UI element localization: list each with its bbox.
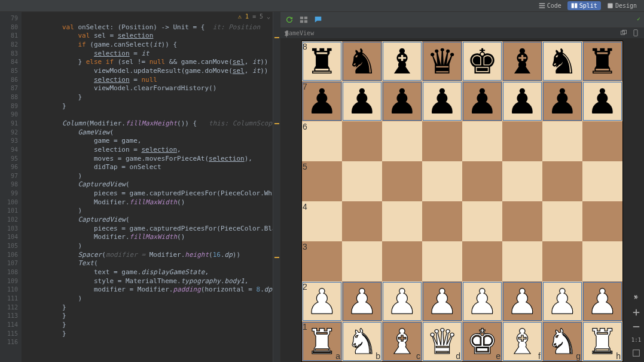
piece-bP[interactable]: ♟	[387, 84, 418, 119]
zoom-in-icon[interactable]	[632, 308, 640, 317]
piece-wR[interactable]: ♜	[587, 324, 618, 359]
piece-wB[interactable]: ♝	[507, 324, 538, 359]
view-mode-code[interactable]: Code	[535, 1, 565, 10]
square-g8[interactable]: ♞	[542, 41, 582, 81]
square-d1[interactable]: d♛	[422, 321, 462, 361]
piece-wP[interactable]: ♟	[467, 284, 498, 319]
refresh-icon[interactable]	[285, 16, 294, 24]
square-d7[interactable]: ♟	[422, 81, 462, 121]
square-d8[interactable]: ♛	[422, 41, 462, 81]
piece-bP[interactable]: ♟	[347, 84, 378, 119]
square-d6[interactable]	[422, 121, 462, 161]
square-b7[interactable]: ♟	[342, 81, 382, 121]
zoom-level[interactable]: 1:1	[631, 337, 641, 343]
square-c7[interactable]: ♟	[382, 81, 422, 121]
piece-wP[interactable]: ♟	[307, 284, 338, 319]
square-f1[interactable]: f♝	[502, 321, 542, 361]
square-f4[interactable]	[502, 201, 542, 241]
square-a1[interactable]: 1a♜	[302, 321, 342, 361]
piece-bR[interactable]: ♜	[587, 44, 618, 79]
piece-bP[interactable]: ♟	[307, 84, 338, 119]
piece-bQ[interactable]: ♛	[427, 44, 458, 79]
zoom-out-icon[interactable]	[632, 323, 640, 331]
square-g5[interactable]	[542, 161, 582, 201]
square-e8[interactable]: ♚	[462, 41, 502, 81]
square-b6[interactable]	[342, 121, 382, 161]
piece-bP[interactable]: ♟	[467, 84, 498, 119]
square-h7[interactable]: ♟	[582, 81, 622, 121]
square-g2[interactable]: ♟	[542, 281, 582, 321]
square-g4[interactable]	[542, 201, 582, 241]
square-a8[interactable]: 8♜	[302, 41, 342, 81]
square-c4[interactable]	[382, 201, 422, 241]
piece-bB[interactable]: ♝	[387, 44, 418, 79]
view-mode-split[interactable]: Split	[567, 1, 601, 10]
square-c2[interactable]: ♟	[382, 281, 422, 321]
piece-bB[interactable]: ♝	[507, 44, 538, 79]
piece-wN[interactable]: ♞	[547, 324, 578, 359]
piece-bP[interactable]: ♟	[547, 84, 578, 119]
square-d2[interactable]: ♟	[422, 281, 462, 321]
chess-board[interactable]: 8♜♞♝♛♚♝♞♜7♟♟♟♟♟♟♟♟65432♟♟♟♟♟♟♟♟1a♜b♞c♝d♛…	[301, 41, 623, 362]
piece-wN[interactable]: ♞	[347, 324, 378, 359]
square-h2[interactable]: ♟	[582, 281, 622, 321]
square-b4[interactable]	[342, 201, 382, 241]
error-stripe[interactable]	[273, 12, 280, 362]
square-f8[interactable]: ♝	[502, 41, 542, 81]
square-b8[interactable]: ♞	[342, 41, 382, 81]
square-b2[interactable]: ♟	[342, 281, 382, 321]
piece-bR[interactable]: ♜	[307, 44, 338, 79]
square-c1[interactable]: c♝	[382, 321, 422, 361]
square-d4[interactable]	[422, 201, 462, 241]
code-area[interactable]: val onSelect: (Position) -> Unit = { it:…	[22, 12, 280, 362]
square-a6[interactable]: 6	[302, 121, 342, 161]
piece-wP[interactable]: ♟	[347, 284, 378, 319]
square-e5[interactable]	[462, 161, 502, 201]
square-d3[interactable]	[422, 241, 462, 281]
detach-icon[interactable]	[620, 29, 627, 36]
piece-wP[interactable]: ♟	[387, 284, 418, 319]
square-g6[interactable]	[542, 121, 582, 161]
square-h3[interactable]	[582, 241, 622, 281]
square-f7[interactable]: ♟	[502, 81, 542, 121]
square-h1[interactable]: h♜	[582, 321, 622, 361]
piece-wK[interactable]: ♚	[467, 324, 498, 359]
pin-icon[interactable]	[283, 30, 291, 38]
square-a7[interactable]: 7♟	[302, 81, 342, 121]
square-g3[interactable]	[542, 241, 582, 281]
square-c5[interactable]	[382, 161, 422, 201]
square-g1[interactable]: g♞	[542, 321, 582, 361]
code-editor[interactable]: 79 80 81 82 83 84 85 86 87 88 89 90 91 9…	[0, 12, 280, 362]
piece-bN[interactable]: ♞	[547, 44, 578, 79]
piece-wP[interactable]: ♟	[507, 284, 538, 319]
chevron-down-icon[interactable]: ⌄	[267, 13, 270, 20]
piece-wB[interactable]: ♝	[387, 324, 418, 359]
square-b1[interactable]: b♞	[342, 321, 382, 361]
square-f3[interactable]	[502, 241, 542, 281]
pan-icon[interactable]	[632, 294, 640, 302]
square-h5[interactable]	[582, 161, 622, 201]
square-a4[interactable]: 4	[302, 201, 342, 241]
square-a5[interactable]: 5	[302, 161, 342, 201]
piece-bP[interactable]: ♟	[587, 84, 618, 119]
square-f2[interactable]: ♟	[502, 281, 542, 321]
square-e2[interactable]: ♟	[462, 281, 502, 321]
square-g7[interactable]: ♟	[542, 81, 582, 121]
square-a3[interactable]: 3	[302, 241, 342, 281]
piece-wP[interactable]: ♟	[547, 284, 578, 319]
square-e6[interactable]	[462, 121, 502, 161]
square-e3[interactable]	[462, 241, 502, 281]
square-e7[interactable]: ♟	[462, 81, 502, 121]
square-h8[interactable]: ♜	[582, 41, 622, 81]
square-h6[interactable]	[582, 121, 622, 161]
piece-wP[interactable]: ♟	[587, 284, 618, 319]
piece-wR[interactable]: ♜	[307, 324, 338, 359]
view-mode-design[interactable]: Design	[603, 1, 640, 10]
square-b5[interactable]	[342, 161, 382, 201]
square-e4[interactable]	[462, 201, 502, 241]
square-a2[interactable]: 2♟	[302, 281, 342, 321]
square-c3[interactable]	[382, 241, 422, 281]
layout-icon[interactable]	[300, 16, 308, 24]
square-f6[interactable]	[502, 121, 542, 161]
chat-icon[interactable]	[314, 16, 322, 24]
